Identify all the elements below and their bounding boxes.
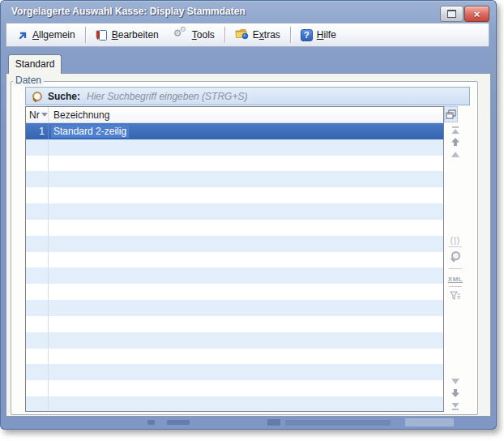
cell-bezeichnung [49,139,443,156]
filter-icon[interactable] [444,290,467,302]
record-indicator-icon[interactable]: (|) [444,234,467,246]
cell-nr [26,284,49,300]
cell-bezeichnung [49,156,443,172]
cell-bezeichnung [49,203,443,220]
grid-row-empty[interactable] [26,364,443,380]
grid-row-empty[interactable] [26,252,443,268]
zoom-icon[interactable] [444,250,467,263]
search-label: Suche: [48,91,80,102]
scroll-up-icon[interactable] [444,148,467,160]
column-header-nr[interactable]: Nr [26,107,49,122]
grid-body: 1Standard 2-zeilig [26,123,443,412]
grid-row-empty[interactable] [26,156,443,172]
edit-notepad-icon [96,29,108,41]
gears-icon: ⚙⚙ [173,29,188,41]
grid-row-empty[interactable] [26,220,443,236]
restore-icon [447,10,456,18]
grid-row-empty[interactable] [26,171,443,187]
grid-row-empty[interactable] [26,349,443,365]
grid-row-empty[interactable] [26,203,443,220]
move-to-bottom-icon[interactable] [444,400,467,412]
cell-nr [26,187,49,203]
cell-nr [26,380,49,396]
toolbar-separator [85,27,86,43]
grid-row-empty[interactable] [26,187,443,203]
cell-bezeichnung [49,236,443,252]
cell-bezeichnung [49,349,443,365]
move-to-top-icon[interactable] [444,124,467,135]
close-button[interactable]: × [464,6,489,22]
toolbar-separator [290,27,291,43]
cell-bezeichnung [49,220,443,236]
cell-nr [26,236,49,252]
cell-nr: 1 [26,123,49,139]
cell-bezeichnung [49,364,443,380]
side-separator [449,268,462,269]
grid-row-empty[interactable] [26,300,443,316]
column-chooser-icon [446,109,456,119]
move-up-icon[interactable] [444,136,467,148]
background-window-remnant [147,420,155,425]
tab-page: Daten Suche: Hier Suchbegriff eingeben (… [6,73,491,417]
window-title: Vorgelagerte Auswahl Kasse: Display Stam… [11,0,246,23]
cell-nr [26,203,49,220]
background-window-remnant [285,420,391,426]
cell-bezeichnung [49,396,443,412]
grid-row-empty[interactable] [26,396,443,412]
cell-bezeichnung [49,284,443,300]
cell-bezeichnung [49,252,443,268]
cell-nr [26,220,49,236]
xml-icon[interactable]: XML [444,273,467,285]
grid-row-empty[interactable] [26,380,443,396]
cell-nr [26,156,49,172]
close-icon: × [474,8,481,20]
allgemein-button[interactable]: Allgemein [10,25,83,45]
titlebar[interactable]: Vorgelagerte Auswahl Kasse: Display Stam… [0,0,497,23]
help-icon: ? [301,29,313,41]
move-down-icon[interactable] [444,387,467,399]
column-header-bezeichnung[interactable]: Bezeichnung [49,107,443,122]
cell-nr [26,139,49,156]
tools-button[interactable]: ⚙⚙ Tools [166,25,222,45]
grid-row-empty[interactable] [26,332,443,349]
data-grid: Nr Bezeichnung 1Standard 2-zeilig [25,106,444,412]
cell-bezeichnung [49,332,443,349]
magnifier-icon [32,91,43,102]
tab-standard[interactable]: Standard [8,54,62,74]
grid-row-empty[interactable] [26,139,443,156]
cell-bezeichnung [49,380,443,396]
grid-row-empty[interactable] [26,284,443,300]
column-chooser-button[interactable] [444,106,458,122]
hilfe-button[interactable]: ? Hilfe [293,25,344,45]
restore-button[interactable] [440,6,463,22]
allgemein-label: Allgemein [32,29,75,41]
search-input[interactable]: Suche: Hier Suchbegriff eingeben (STRG+S… [25,87,470,105]
grid-row-empty[interactable] [26,236,443,252]
cell-nr [26,349,49,365]
grid-header: Nr Bezeichnung [26,107,443,123]
cell-nr [26,171,49,187]
sort-desc-icon [41,113,48,117]
cell-nr [26,332,49,349]
daten-groupbox: Daten Suche: Hier Suchbegriff eingeben (… [11,81,478,415]
extras-button[interactable]: Extras [228,25,288,45]
cell-bezeichnung [49,268,443,284]
cell-nr [26,300,49,316]
cell-bezeichnung: Standard 2-zeilig [49,123,443,139]
cell-bezeichnung [49,300,443,316]
main-toolbar: Allgemein Bearbeiten ⚙⚙ Tools [6,23,489,47]
folder-info-icon [235,28,249,42]
grid-row[interactable]: 1Standard 2-zeilig [26,123,443,139]
cell-nr [26,364,49,380]
scroll-down-icon[interactable] [444,375,467,387]
grid-row-empty[interactable] [26,316,443,332]
bearbeiten-button[interactable]: Bearbeiten [88,25,166,45]
cell-nr [26,396,49,412]
background-window-remnant [167,420,190,425]
cell-nr [26,268,49,284]
search-placeholder: Hier Suchbegriff eingeben (STRG+S) [87,91,247,102]
background-window-remnant [267,419,280,426]
groupbox-label: Daten [13,75,44,86]
tools-label: Tools [192,29,215,41]
grid-row-empty[interactable] [26,268,443,284]
